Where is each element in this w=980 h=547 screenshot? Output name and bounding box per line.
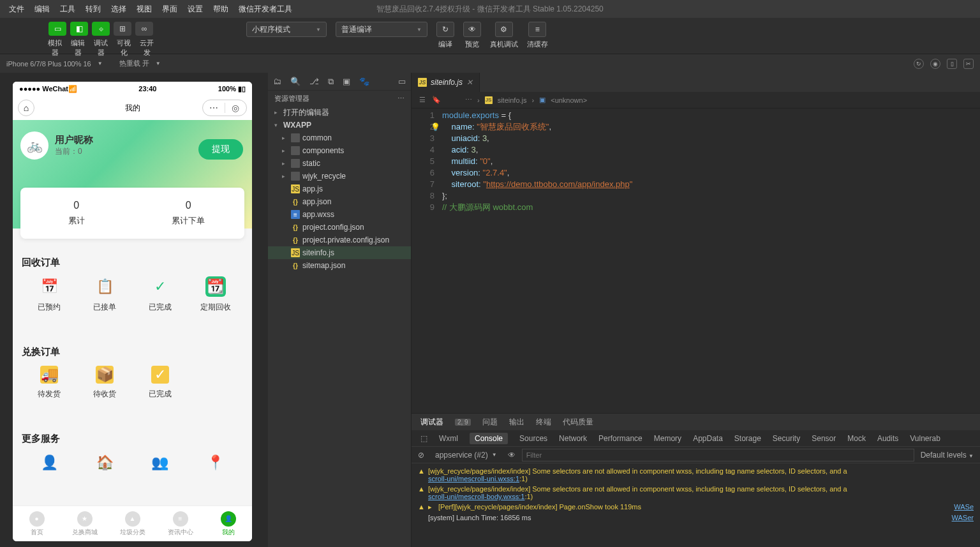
tab-wxml[interactable]: Wxml bbox=[439, 434, 458, 443]
exchange-ship[interactable]: 🚚待发货 bbox=[22, 366, 77, 400]
list-icon[interactable]: ☰ bbox=[418, 96, 427, 105]
order-periodic[interactable]: 📆定期回收 bbox=[188, 276, 243, 313]
exchange-receive[interactable]: 📦待收货 bbox=[77, 366, 133, 400]
tree-folder-components[interactable]: ▸components bbox=[268, 144, 411, 157]
tab-storage[interactable]: Storage bbox=[734, 434, 761, 443]
mode-dropdown[interactable]: 小程序模式 ▼ bbox=[246, 22, 327, 37]
tree-file-siteinfo[interactable]: JSsiteinfo.js bbox=[268, 246, 411, 259]
cut-icon[interactable]: ✂ bbox=[963, 59, 974, 69]
console-source[interactable]: WASer bbox=[952, 514, 974, 521]
menu-view[interactable]: 视图 bbox=[131, 4, 157, 15]
tab-terminal[interactable]: 终端 bbox=[536, 417, 551, 428]
menu-interface[interactable]: 界面 bbox=[157, 4, 182, 15]
rotate-icon[interactable]: ↻ bbox=[914, 59, 924, 69]
debugger-toggle[interactable]: ⟐ bbox=[92, 22, 110, 36]
panel-icon[interactable]: ▣ bbox=[343, 77, 350, 86]
order-completed[interactable]: ✓已完成 bbox=[133, 276, 188, 313]
tab-sensor[interactable]: Sensor bbox=[812, 434, 836, 443]
inspect-icon[interactable]: ⬚ bbox=[420, 434, 427, 443]
clear-cache-button[interactable]: ≡ bbox=[528, 22, 546, 37]
menu-goto[interactable]: 转到 bbox=[80, 4, 106, 15]
expand-icon[interactable]: ▸ bbox=[428, 503, 434, 511]
more-icon[interactable]: ⋯ bbox=[203, 103, 225, 113]
tree-file-appjs[interactable]: JSapp.js bbox=[268, 183, 411, 195]
tab-sources[interactable]: Sources bbox=[519, 434, 547, 443]
levels-select[interactable]: Default levels ▼ bbox=[921, 451, 974, 460]
tree-folder-static[interactable]: ▸static bbox=[268, 157, 411, 170]
withdraw-button[interactable]: 提现 bbox=[198, 139, 243, 160]
tab-sort[interactable]: ▲垃圾分类 bbox=[108, 506, 156, 541]
home-icon[interactable]: ⌂ bbox=[18, 100, 34, 116]
console-output[interactable]: ▲[wjyk_recycle/pages/index/index] Some s… bbox=[412, 463, 980, 547]
device-select[interactable]: iPhone 6/7/8 Plus 100% 16 bbox=[6, 60, 91, 68]
bug-icon[interactable]: 🐾 bbox=[359, 77, 369, 86]
tab-mine[interactable]: 👤我的 bbox=[204, 506, 252, 541]
console-link[interactable]: scroll-uni/mescroll-body.wxss:1 bbox=[428, 493, 524, 500]
more-item-3[interactable]: 👥 bbox=[133, 453, 188, 473]
more-item-2[interactable]: 🏠 bbox=[77, 453, 133, 473]
hot-reload-toggle[interactable]: 热重载 开 bbox=[119, 59, 149, 68]
bookmark-icon[interactable]: 🔖 bbox=[432, 96, 441, 105]
tree-file-appjson[interactable]: {}app.json bbox=[268, 195, 411, 208]
record-icon[interactable]: ◉ bbox=[930, 59, 940, 69]
filter-input[interactable] bbox=[522, 449, 914, 461]
order-reserved[interactable]: 📅已预约 bbox=[22, 276, 77, 313]
tab-mall[interactable]: ★兑换商城 bbox=[61, 506, 108, 541]
tab-security[interactable]: Security bbox=[773, 434, 800, 443]
order-accepted[interactable]: 📋已接单 bbox=[77, 276, 133, 313]
tree-file-projectprivate[interactable]: {}project.private.config.json bbox=[268, 234, 411, 246]
simulator-toggle[interactable]: ▭ bbox=[48, 22, 66, 36]
exchange-done[interactable]: ✓已完成 bbox=[133, 366, 188, 400]
menu-settings[interactable]: 设置 bbox=[182, 4, 208, 15]
breadcrumb-symbol[interactable]: <unknown> bbox=[551, 96, 587, 104]
tab-appdata[interactable]: AppData bbox=[693, 434, 723, 443]
breadcrumb-file[interactable]: siteinfo.js bbox=[498, 96, 527, 104]
tab-code-quality[interactable]: 代码质量 bbox=[563, 417, 593, 428]
more-item-1[interactable]: 👤 bbox=[22, 453, 77, 473]
search-icon[interactable]: 🔍 bbox=[290, 77, 301, 86]
branch-icon[interactable]: ⎇ bbox=[309, 77, 319, 86]
tree-folder-common[interactable]: ▸common bbox=[268, 131, 411, 144]
more-icon[interactable]: ⋯ bbox=[397, 94, 405, 103]
visual-toggle[interactable]: ⊞ bbox=[114, 22, 131, 36]
avatar[interactable]: 🚲 bbox=[20, 131, 48, 160]
lightbulb-icon[interactable]: 💡 bbox=[431, 121, 440, 133]
menu-file[interactable]: 文件 bbox=[4, 4, 29, 15]
context-select[interactable]: appservice (#2) ▼ bbox=[431, 450, 501, 460]
eye-icon[interactable]: 👁 bbox=[508, 451, 516, 460]
console-link[interactable]: scroll-uni/mescroll-uni.wxss:1 bbox=[428, 475, 519, 483]
git-compare-icon[interactable]: ⧉ bbox=[328, 77, 334, 87]
more-item-4[interactable]: 📍 bbox=[188, 453, 243, 473]
menu-icon[interactable]: ▭ bbox=[398, 77, 406, 86]
tab-output[interactable]: 输出 bbox=[509, 417, 524, 428]
menu-select[interactable]: 选择 bbox=[106, 4, 131, 15]
phone-body[interactable]: 🚲 用户昵称 当前：0 提现 0累计 0累计下单 回收订单 bbox=[13, 120, 252, 506]
preview-button[interactable]: 👁 bbox=[463, 22, 481, 37]
compile-dropdown[interactable]: 普通编译 ▼ bbox=[336, 22, 427, 37]
code-editor[interactable]: 123456789 💡 module.exports = { name: "智慧… bbox=[412, 109, 980, 413]
menu-help[interactable]: 帮助 bbox=[208, 4, 234, 15]
menu-tools[interactable]: 工具 bbox=[55, 4, 80, 15]
tab-debugger[interactable]: 调试器 bbox=[420, 417, 443, 428]
tab-network[interactable]: Network bbox=[559, 434, 587, 443]
tree-file-sitemap[interactable]: {}sitemap.json bbox=[268, 259, 411, 272]
console-source[interactable]: WASe bbox=[954, 503, 974, 511]
tab-vulnerability[interactable]: Vulnerab bbox=[910, 434, 940, 443]
files-icon[interactable]: 🗂 bbox=[273, 77, 281, 86]
tab-problems[interactable]: 问题 bbox=[482, 417, 498, 428]
editor-toggle[interactable]: ◧ bbox=[70, 22, 88, 36]
tree-file-projectconfig[interactable]: {}project.config.json bbox=[268, 221, 411, 234]
compile-button[interactable]: ↻ bbox=[436, 22, 454, 37]
menu-wechat-devtools[interactable]: 微信开发者工具 bbox=[234, 4, 297, 15]
tab-performance[interactable]: Performance bbox=[598, 434, 642, 443]
tab-mock[interactable]: Mock bbox=[847, 434, 866, 443]
close-icon[interactable]: ✕ bbox=[466, 78, 473, 87]
code-body[interactable]: 💡 module.exports = { name: "智慧废品回收系统", u… bbox=[442, 110, 980, 413]
file-tab-siteinfo[interactable]: JS siteinfo.js ✕ bbox=[412, 73, 480, 92]
clear-console-icon[interactable]: ⊘ bbox=[418, 451, 424, 460]
tab-home[interactable]: ●首页 bbox=[13, 506, 61, 541]
tree-file-appwxss[interactable]: ≡app.wxss bbox=[268, 208, 411, 221]
tree-root[interactable]: ▾WXAPP bbox=[268, 119, 411, 131]
tree-open-editors[interactable]: ▸打开的编辑器 bbox=[268, 106, 411, 119]
tab-audits[interactable]: Audits bbox=[877, 434, 898, 443]
